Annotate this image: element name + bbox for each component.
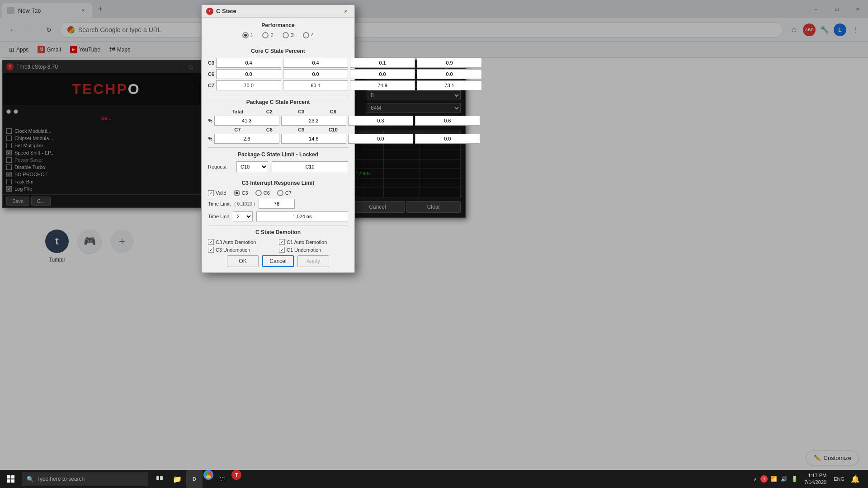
ditto-icon[interactable]: D bbox=[186, 470, 203, 488]
svg-rect-5 bbox=[160, 476, 163, 480]
c3-undemotion: C3 Undemotion bbox=[208, 247, 277, 253]
valid-checkbox[interactable] bbox=[208, 190, 214, 196]
perf-radio-3[interactable]: 3 bbox=[283, 32, 294, 38]
c7-interrupt-radio[interactable] bbox=[277, 190, 283, 196]
c6-val-3[interactable] bbox=[350, 69, 415, 79]
time-unit-value: 1,024 ns bbox=[256, 211, 348, 221]
perf-radio-4[interactable]: 4 bbox=[303, 32, 314, 38]
performance-radios: 1 2 3 4 bbox=[208, 32, 348, 38]
pkg-c10[interactable] bbox=[415, 134, 480, 144]
pkg-col-total: Total bbox=[222, 109, 253, 114]
demotion-grid: C3 Auto Demotion C1 Auto Demotion C3 Und… bbox=[208, 239, 348, 253]
volume-icon[interactable]: 🔊 bbox=[780, 475, 788, 483]
svg-rect-4 bbox=[156, 476, 159, 480]
perf-radio-3-label: 3 bbox=[291, 32, 294, 38]
apply-button[interactable]: Apply bbox=[297, 255, 329, 267]
c3-undemotion-label: C3 Undemotion bbox=[216, 247, 250, 253]
c6-val-4[interactable] bbox=[417, 69, 482, 79]
perf-radio-2-input[interactable] bbox=[262, 32, 269, 38]
start-button[interactable] bbox=[2, 470, 20, 488]
c3-row: C3 bbox=[208, 58, 348, 68]
pkg-col-c8: C8 bbox=[255, 127, 285, 132]
c3-val-4[interactable] bbox=[417, 58, 482, 68]
c3-auto-demotion-checkbox[interactable] bbox=[208, 239, 214, 245]
c3-undemotion-checkbox[interactable] bbox=[208, 247, 214, 253]
time-limit-input[interactable] bbox=[259, 199, 295, 209]
taskbar-search-text: Type here to search bbox=[37, 476, 85, 482]
pkg-c7[interactable] bbox=[214, 134, 279, 144]
pkg-col-c10: C10 bbox=[318, 127, 349, 132]
chrome-taskbar-icon[interactable] bbox=[203, 470, 213, 480]
file-explorer-button[interactable]: 📁 bbox=[169, 470, 185, 488]
pkg-header-row-2: C7 C8 C9 C10 bbox=[208, 127, 348, 132]
ok-button[interactable]: OK bbox=[227, 255, 259, 267]
perf-radio-1-label: 1 bbox=[250, 32, 254, 38]
c6-radio-item[interactable]: C6 bbox=[255, 190, 270, 196]
c7-radio-item[interactable]: C7 bbox=[277, 190, 292, 196]
perf-radio-4-input[interactable] bbox=[303, 32, 309, 38]
c3-val-3[interactable] bbox=[350, 58, 415, 68]
clock-date: 7/14/2020 bbox=[804, 479, 826, 486]
request-label: Request bbox=[208, 164, 233, 169]
c1-auto-demotion: C1 Auto Demotion bbox=[279, 239, 348, 245]
pkg-row-2-label: % bbox=[208, 136, 212, 141]
cstate-title-icon: T bbox=[206, 8, 213, 15]
c1-undemotion-label: C1 Undemotion bbox=[287, 247, 321, 253]
notification-button[interactable]: 🔔 bbox=[848, 470, 863, 488]
request-select[interactable]: C10 bbox=[236, 161, 268, 172]
c1-undemotion: C1 Undemotion bbox=[279, 247, 348, 253]
system-tray-expand[interactable]: ∧ bbox=[752, 477, 759, 482]
locked-value-input[interactable] bbox=[272, 161, 348, 172]
time-unit-row: Time Unit 2 1,024 ns bbox=[208, 211, 348, 221]
pkg-row-2: % bbox=[208, 134, 348, 144]
c7-val-1[interactable] bbox=[216, 80, 281, 90]
c3-radio-item[interactable]: C3 bbox=[234, 190, 248, 196]
pkg-c8[interactable] bbox=[281, 134, 346, 144]
cancel-button[interactable]: Cancel bbox=[262, 255, 294, 267]
c6-row: C6 bbox=[208, 69, 348, 79]
pkg-c6[interactable] bbox=[415, 116, 480, 126]
cstate-titlebar: T C State × bbox=[202, 5, 354, 18]
perf-radio-3-input[interactable] bbox=[283, 32, 289, 38]
pkg-col-c6: C6 bbox=[318, 109, 349, 114]
core-cstate-table: C3 C6 C7 bbox=[208, 58, 348, 90]
time-unit-select[interactable]: 2 bbox=[233, 211, 253, 221]
valid-row: Valid C3 C6 C7 bbox=[208, 190, 348, 196]
cstate-close-button[interactable]: × bbox=[342, 7, 350, 15]
network-icon[interactable]: 📶 bbox=[769, 475, 778, 483]
c6-val-2[interactable] bbox=[283, 69, 348, 79]
system-clock[interactable]: 1:17 PM 7/14/2020 bbox=[801, 472, 830, 486]
taskbar: 🔍 Type here to search 📁 D 🗂 T ∧ 1 📶 🔊 🔋 … bbox=[0, 470, 868, 488]
c7-val-4[interactable] bbox=[417, 80, 482, 90]
time-limit-range: ( 0..1023 ) bbox=[234, 202, 255, 206]
cstate-title: C State bbox=[216, 8, 342, 14]
c7-val-2[interactable] bbox=[283, 80, 348, 90]
pkg-c3[interactable] bbox=[348, 116, 413, 126]
c7-row: C7 bbox=[208, 80, 348, 90]
c3-val-1[interactable] bbox=[216, 58, 281, 68]
c6-interrupt-radio[interactable] bbox=[255, 190, 262, 196]
c6-val-1[interactable] bbox=[216, 69, 281, 79]
pkg-c2[interactable] bbox=[281, 116, 346, 126]
taskbar-right: ∧ 1 📶 🔊 🔋 1:17 PM 7/14/2020 ENG 🔔 bbox=[748, 470, 866, 488]
pkg-col-c3: C3 bbox=[286, 109, 316, 114]
language-indicator[interactable]: ENG bbox=[832, 476, 846, 482]
c3-val-2[interactable] bbox=[283, 58, 348, 68]
pkg-row-1: % bbox=[208, 116, 348, 126]
folder-taskbar-icon[interactable]: 🗂 bbox=[214, 470, 231, 488]
c7-val-3[interactable] bbox=[350, 80, 415, 90]
perf-radio-1[interactable]: 1 bbox=[242, 32, 254, 38]
perf-radio-2[interactable]: 2 bbox=[262, 32, 274, 38]
ts-taskbar-icon[interactable]: T bbox=[231, 470, 241, 480]
task-view-button[interactable] bbox=[152, 470, 168, 488]
battery-icon[interactable]: 🔋 bbox=[790, 475, 799, 483]
c1-auto-demotion-checkbox[interactable] bbox=[279, 239, 285, 245]
c1-undemotion-checkbox[interactable] bbox=[279, 247, 285, 253]
taskbar-search[interactable]: 🔍 Type here to search bbox=[22, 472, 148, 486]
pkg-cstate-title: Package C State Percent bbox=[208, 99, 348, 105]
pkg-c9[interactable] bbox=[348, 134, 413, 144]
c3-interrupt-radio[interactable] bbox=[234, 190, 240, 196]
time-limit-row: Time Limit ( 0..1023 ) bbox=[208, 199, 348, 209]
perf-radio-1-input[interactable] bbox=[242, 32, 249, 38]
pkg-total[interactable] bbox=[214, 116, 279, 126]
